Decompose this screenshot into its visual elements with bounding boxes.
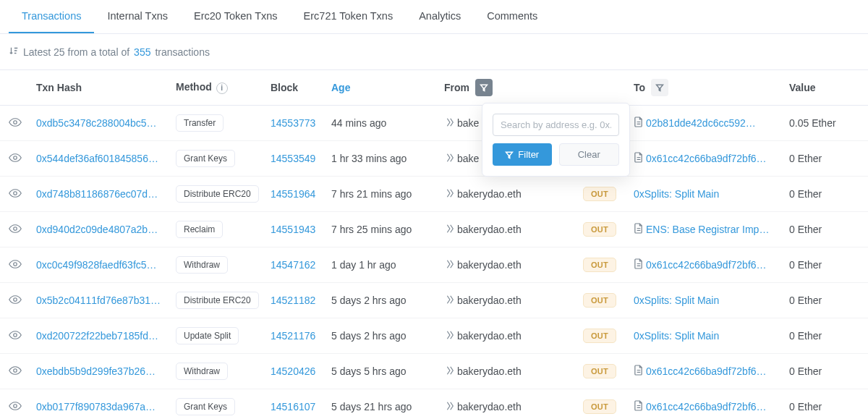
- header-to: To: [634, 79, 789, 96]
- table-row: 0xc0c49f9828faedf63fc5…Withdraw145471621…: [0, 247, 868, 283]
- value-text: 0 Ether: [789, 401, 859, 412]
- txn-hash-link[interactable]: 0x544def36af601845856…: [36, 153, 158, 164]
- tabs-bar: TransactionsInternal TxnsErc20 Token Txn…: [0, 0, 868, 34]
- from-address[interactable]: bakerydao.eth: [457, 365, 522, 377]
- txn-hash-link[interactable]: 0xd940d2c09de4807a2b…: [36, 224, 158, 235]
- direction-badge: OUT: [583, 222, 616, 237]
- txn-hash-link[interactable]: 0xc0c49f9828faedf63fc5…: [36, 259, 157, 271]
- method-badge: Transfer: [176, 114, 224, 132]
- block-link[interactable]: 14551964: [271, 188, 315, 200]
- filter-button[interactable]: Filter: [493, 143, 552, 166]
- block-link[interactable]: 14521182: [271, 295, 315, 306]
- tab-erc721-token-txns[interactable]: Erc721 Token Txns: [291, 0, 407, 33]
- direction-badge: OUT: [583, 329, 616, 343]
- to-address-link[interactable]: ENS: Base Registrar Imp…: [646, 224, 769, 235]
- header-block: Block: [271, 82, 331, 93]
- eye-icon[interactable]: [9, 224, 22, 236]
- contract-icon: [634, 117, 643, 130]
- from-address[interactable]: bakerydao.eth: [457, 401, 522, 412]
- txn-hash-link[interactable]: 0xb0177f890783da967a…: [36, 401, 156, 412]
- to-address-link[interactable]: 0x61cc42c66ba9df72bf6…: [646, 365, 767, 377]
- direction-badge: OUT: [583, 258, 616, 272]
- age-text: 7 hrs 25 mins ago: [331, 224, 444, 235]
- from-address[interactable]: bake: [457, 153, 479, 164]
- to-address-link[interactable]: 0x61cc42c66ba9df72bf6…: [646, 401, 767, 412]
- txn-hash-link[interactable]: 0x5b2c04111fd76e87b31…: [36, 295, 161, 306]
- age-text: 5 days 2 hrs ago: [331, 330, 444, 342]
- method-badge: Grant Keys: [176, 398, 235, 415]
- block-link[interactable]: 14516107: [271, 401, 315, 412]
- block-link[interactable]: 14553773: [271, 117, 315, 129]
- contract-icon: [634, 152, 643, 165]
- from-address[interactable]: bakerydao.eth: [457, 259, 522, 271]
- block-link[interactable]: 14547162: [271, 259, 315, 271]
- tab-internal-txns[interactable]: Internal Txns: [94, 0, 181, 33]
- eye-icon[interactable]: [9, 402, 22, 413]
- brackets-icon: [444, 224, 454, 236]
- from-address[interactable]: bake: [457, 117, 479, 129]
- method-badge: Withdraw: [176, 256, 228, 274]
- from-address[interactable]: bakerydao.eth: [457, 188, 522, 200]
- eye-icon[interactable]: [9, 331, 22, 342]
- tab-analytics[interactable]: Analytics: [406, 0, 474, 33]
- summary-line: Latest 25 from a total of 355 transactio…: [0, 34, 868, 69]
- svg-point-6: [14, 333, 17, 337]
- method-badge: Distribute ERC20: [176, 292, 259, 309]
- from-filter-toggle[interactable]: [475, 79, 493, 96]
- method-badge: Reclaim: [176, 221, 223, 238]
- txn-hash-link[interactable]: 0xd200722f22beb7185fd…: [36, 330, 158, 342]
- to-address-link[interactable]: 0xSplits: Split Main: [634, 188, 719, 200]
- header-value: Value: [789, 82, 859, 93]
- svg-point-3: [14, 227, 17, 230]
- block-link[interactable]: 14521176: [271, 330, 315, 342]
- value-text: 0 Ether: [789, 153, 859, 164]
- clear-button[interactable]: Clear: [559, 143, 620, 166]
- age-text: 7 hrs 21 mins ago: [331, 188, 444, 200]
- to-address-link[interactable]: 0xSplits: Split Main: [634, 330, 719, 342]
- info-icon[interactable]: i: [216, 82, 228, 94]
- block-link[interactable]: 14520426: [271, 365, 315, 377]
- value-text: 0 Ether: [789, 259, 859, 271]
- eye-icon[interactable]: [9, 153, 22, 165]
- from-filter-popover: Filter Clear: [482, 103, 630, 177]
- sort-icon: [9, 46, 19, 58]
- method-badge: Update Split: [176, 327, 239, 344]
- tab-comments[interactable]: Comments: [474, 0, 550, 33]
- txn-hash-link[interactable]: 0xebdb5b9d299fe37b26…: [36, 365, 156, 377]
- block-link[interactable]: 14553549: [271, 153, 315, 164]
- table-row: 0xb0177f890783da967a…Grant Keys145161075…: [0, 389, 868, 419]
- age-text: 1 hr 33 mins ago: [331, 153, 444, 164]
- from-address[interactable]: bakerydao.eth: [457, 330, 522, 342]
- eye-icon[interactable]: [9, 366, 22, 378]
- transactions-table: Txn Hash Method i Block Age From To Valu…: [0, 69, 868, 419]
- tab-erc20-token-txns[interactable]: Erc20 Token Txns: [181, 0, 291, 33]
- filter-address-input[interactable]: [493, 114, 619, 136]
- to-address-link[interactable]: 02b81dde42dc6cc592…: [646, 117, 756, 129]
- block-link[interactable]: 14551943: [271, 224, 315, 235]
- filter-button-label: Filter: [518, 149, 539, 160]
- txn-hash-link[interactable]: 0xd748b81186876ec07d…: [36, 188, 158, 200]
- from-address[interactable]: bakerydao.eth: [457, 224, 522, 235]
- eye-icon[interactable]: [9, 189, 22, 200]
- table-row: 0xebdb5b9d299fe37b26…Withdraw145204265 d…: [0, 354, 868, 389]
- table-row: 0xd940d2c09de4807a2b…Reclaim145519437 hr…: [0, 212, 868, 247]
- to-address-link[interactable]: 0x61cc42c66ba9df72bf6…: [646, 259, 767, 271]
- tab-transactions[interactable]: Transactions: [9, 0, 94, 33]
- contract-icon: [634, 223, 643, 236]
- value-text: 0 Ether: [789, 295, 859, 306]
- header-age[interactable]: Age: [331, 82, 444, 93]
- summary-count[interactable]: 355: [134, 46, 150, 58]
- brackets-icon: [444, 330, 454, 342]
- to-address-link[interactable]: 0xSplits: Split Main: [634, 295, 719, 306]
- table-row: 0xd200722f22beb7185fd…Update Split145211…: [0, 318, 868, 354]
- eye-icon[interactable]: [9, 260, 22, 271]
- txn-hash-link[interactable]: 0xdb5c3478c288004bc5…: [36, 117, 157, 129]
- to-filter-toggle[interactable]: [651, 79, 668, 96]
- eye-icon[interactable]: [9, 118, 22, 130]
- eye-icon[interactable]: [9, 295, 22, 307]
- direction-badge: OUT: [583, 399, 616, 414]
- to-address-link[interactable]: 0x61cc42c66ba9df72bf6…: [646, 153, 767, 164]
- age-text: 1 day 1 hr ago: [331, 259, 444, 271]
- value-text: 0 Ether: [789, 224, 859, 235]
- from-address[interactable]: bakerydao.eth: [457, 295, 522, 306]
